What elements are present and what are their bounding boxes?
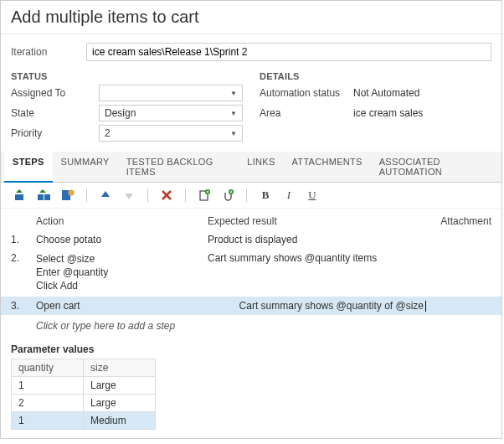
tab-bar: STEPS SUMMARY TESTED BACKLOG ITEMS LINKS… bbox=[1, 152, 501, 183]
step-expected[interactable]: Product is displayed bbox=[208, 234, 433, 245]
state-value: Design bbox=[105, 107, 136, 119]
step-number: 2. bbox=[11, 252, 36, 264]
move-down-icon[interactable] bbox=[119, 186, 139, 204]
meta-section: STATUS Assigned To ▼ State Design ▼ Prio… bbox=[1, 66, 501, 152]
steps-grid-header: Action Expected result Attachment bbox=[1, 209, 501, 230]
area-value[interactable]: ice cream sales bbox=[347, 105, 491, 121]
work-item-title[interactable]: Add multiple items to cart bbox=[1, 1, 501, 34]
svg-point-4 bbox=[69, 190, 75, 196]
step-number: 3. bbox=[11, 300, 36, 312]
chevron-down-icon: ▼ bbox=[230, 110, 237, 117]
work-item-form: Add multiple items to cart Iteration STA… bbox=[0, 0, 502, 439]
param-cell-quantity[interactable]: 2 bbox=[12, 394, 84, 411]
create-shared-steps-icon[interactable] bbox=[58, 186, 78, 204]
svg-rect-2 bbox=[44, 194, 50, 200]
chevron-down-icon: ▼ bbox=[230, 90, 237, 97]
iteration-row: Iteration bbox=[1, 34, 501, 66]
delete-step-icon[interactable] bbox=[157, 186, 177, 204]
table-row[interactable]: 2 Large bbox=[12, 394, 156, 411]
automation-status-value[interactable]: Not Automated bbox=[347, 85, 491, 101]
toolbar-separator bbox=[147, 188, 148, 202]
assigned-to-row: Assigned To ▼ bbox=[11, 85, 243, 101]
tab-associated-automation[interactable]: ASSOCIATED AUTOMATION bbox=[371, 152, 498, 182]
insert-step-icon[interactable] bbox=[11, 186, 31, 204]
parameter-values-table: quantity size 1 Large 2 Large 1 Medium bbox=[11, 359, 156, 430]
table-row[interactable]: 1 Medium bbox=[12, 411, 156, 429]
underline-icon[interactable]: U bbox=[302, 186, 322, 204]
bold-icon[interactable]: B bbox=[255, 186, 275, 204]
step-expected[interactable]: Cart summary shows @quantity of @size bbox=[208, 300, 433, 312]
move-up-icon[interactable] bbox=[95, 186, 116, 204]
area-label: Area bbox=[260, 107, 347, 119]
param-header-size[interactable]: size bbox=[84, 359, 156, 376]
table-header-row: quantity size bbox=[12, 359, 156, 376]
svg-rect-1 bbox=[38, 194, 44, 200]
tab-attachments[interactable]: ATTACHMENTS bbox=[284, 152, 371, 182]
state-label: State bbox=[11, 107, 99, 119]
details-column: DETAILS Automation status Not Automated … bbox=[260, 71, 491, 145]
state-dropdown[interactable]: Design ▼ bbox=[99, 105, 243, 121]
parameter-values-section: Parameter values quantity size 1 Large 2… bbox=[1, 340, 501, 438]
param-cell-size[interactable]: Large bbox=[84, 394, 156, 411]
column-attachment: Attachment bbox=[433, 215, 491, 227]
add-step-hint[interactable]: Click or type here to add a step bbox=[1, 315, 501, 340]
tab-links[interactable]: LINKS bbox=[239, 152, 283, 182]
italic-icon[interactable]: I bbox=[279, 186, 299, 204]
details-header: DETAILS bbox=[260, 71, 491, 81]
chevron-down-icon: ▼ bbox=[230, 130, 237, 137]
parameter-values-title: Parameter values bbox=[11, 343, 491, 355]
step-action[interactable]: Select @size Enter @quantity Click Add bbox=[36, 252, 208, 293]
param-cell-quantity[interactable]: 1 bbox=[12, 376, 84, 394]
param-cell-size[interactable]: Medium bbox=[84, 411, 156, 429]
insert-parameter-icon[interactable] bbox=[194, 186, 214, 204]
tab-steps[interactable]: STEPS bbox=[4, 152, 53, 183]
assigned-to-dropdown[interactable]: ▼ bbox=[99, 85, 243, 101]
state-row: State Design ▼ bbox=[11, 105, 243, 121]
column-action: Action bbox=[36, 215, 208, 227]
param-cell-quantity[interactable]: 1 bbox=[12, 411, 84, 429]
column-expected: Expected result bbox=[208, 215, 433, 227]
step-row[interactable]: 1. Choose potato Product is displayed bbox=[1, 230, 501, 249]
table-row[interactable]: 1 Large bbox=[12, 376, 156, 394]
iteration-input[interactable] bbox=[86, 43, 491, 61]
priority-value: 2 bbox=[105, 127, 111, 139]
automation-status-label: Automation status bbox=[260, 87, 347, 99]
step-row[interactable]: 2. Select @size Enter @quantity Click Ad… bbox=[1, 249, 501, 297]
priority-label: Priority bbox=[11, 127, 99, 139]
toolbar-separator bbox=[185, 188, 186, 202]
status-header: STATUS bbox=[11, 71, 243, 81]
step-expected[interactable]: Cart summary shows @quantity items bbox=[208, 252, 433, 264]
step-action[interactable]: Open cart bbox=[36, 300, 208, 312]
toolbar-separator bbox=[246, 188, 247, 202]
toolbar-separator bbox=[86, 188, 87, 202]
insert-shared-step-icon[interactable] bbox=[34, 186, 54, 204]
iteration-label: Iteration bbox=[11, 46, 86, 58]
step-number: 1. bbox=[11, 234, 36, 245]
attach-file-icon[interactable] bbox=[218, 186, 238, 204]
step-action[interactable]: Choose potato bbox=[36, 234, 208, 245]
param-header-quantity[interactable]: quantity bbox=[12, 359, 84, 376]
area-row: Area ice cream sales bbox=[260, 105, 491, 121]
svg-rect-0 bbox=[15, 194, 23, 200]
priority-dropdown[interactable]: 2 ▼ bbox=[99, 125, 243, 142]
step-row[interactable]: 3. Open cart Cart summary shows @quantit… bbox=[1, 297, 501, 315]
status-column: STATUS Assigned To ▼ State Design ▼ Prio… bbox=[11, 71, 243, 145]
tab-summary[interactable]: SUMMARY bbox=[53, 152, 118, 182]
assigned-to-label: Assigned To bbox=[11, 87, 99, 99]
automation-status-row: Automation status Not Automated bbox=[260, 85, 491, 101]
priority-row: Priority 2 ▼ bbox=[11, 125, 243, 142]
tab-tested-backlog[interactable]: TESTED BACKLOG ITEMS bbox=[118, 152, 239, 182]
steps-toolbar: B I U bbox=[1, 183, 501, 209]
param-cell-size[interactable]: Large bbox=[84, 376, 156, 394]
